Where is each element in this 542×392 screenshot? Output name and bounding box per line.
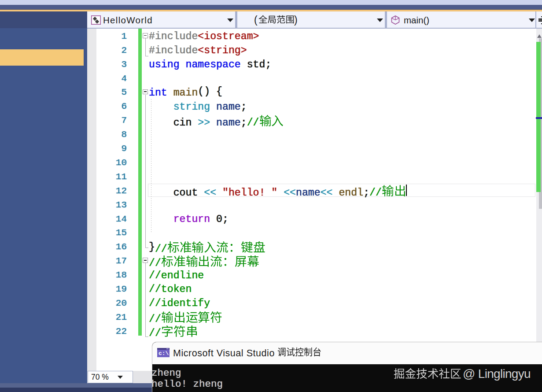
svg-text:c:\: c:\	[159, 350, 169, 357]
